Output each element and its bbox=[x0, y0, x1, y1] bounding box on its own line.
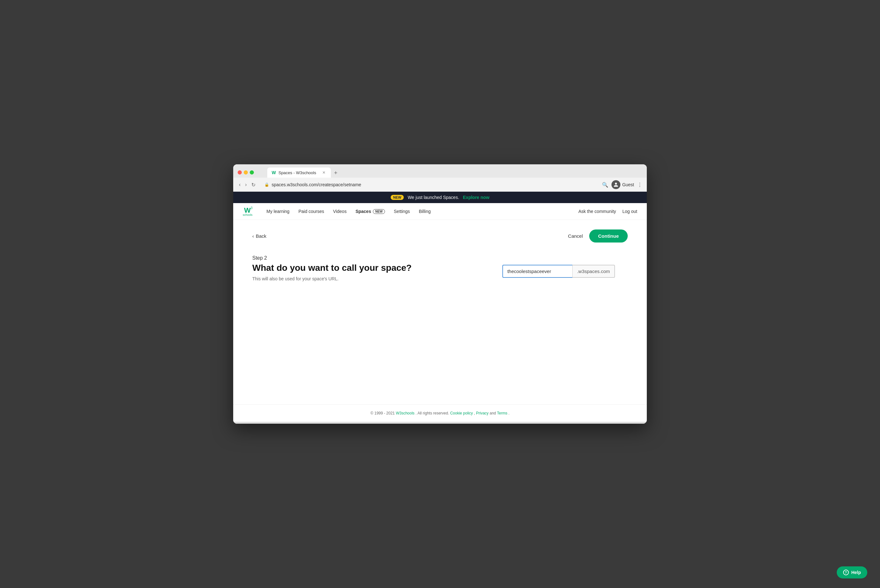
ask-community-link[interactable]: Ask the community bbox=[578, 209, 616, 214]
step-label: Step 2 bbox=[252, 255, 412, 261]
forward-nav-button[interactable]: › bbox=[244, 181, 248, 188]
url-text: spaces.w3schools.com/createspace/setname bbox=[272, 182, 361, 187]
continue-button[interactable]: Continue bbox=[589, 230, 628, 243]
back-button[interactable]: ‹ Back bbox=[252, 233, 266, 239]
back-chevron-icon: ‹ bbox=[252, 233, 254, 239]
logout-button[interactable]: Log out bbox=[622, 209, 637, 214]
tab-close-button[interactable]: ✕ bbox=[321, 170, 326, 175]
maximize-button[interactable] bbox=[250, 170, 254, 174]
footer-period: . bbox=[508, 411, 509, 416]
spaces-new-badge: NEW bbox=[373, 209, 385, 214]
footer-cookie-link[interactable]: Cookie policy bbox=[450, 411, 473, 416]
new-tab-button[interactable]: + bbox=[331, 168, 340, 178]
lock-icon: 🔒 bbox=[265, 183, 269, 187]
footer-terms-link[interactable]: Terms bbox=[497, 411, 507, 416]
page-footer: © 1999 - 2021 W3schools . All rights res… bbox=[233, 404, 647, 422]
footer-rights: . All rights reserved. bbox=[415, 411, 449, 416]
refresh-button[interactable]: ↻ bbox=[250, 181, 257, 189]
logo-schools: schools bbox=[243, 213, 253, 216]
minimize-button[interactable] bbox=[244, 170, 248, 174]
nav-billing[interactable]: Billing bbox=[414, 203, 435, 220]
user-avatar bbox=[611, 180, 620, 189]
nav-my-learning[interactable]: My learning bbox=[262, 203, 294, 220]
nav-videos[interactable]: Videos bbox=[329, 203, 351, 220]
main-nav: My learning Paid courses Videos Spaces N… bbox=[262, 203, 579, 220]
site-logo[interactable]: W 3 schools bbox=[243, 206, 253, 216]
main-content: ‹ Back Cancel Continue Step 2 What do yo… bbox=[233, 220, 647, 404]
new-badge: NEW bbox=[391, 195, 404, 200]
cancel-button[interactable]: Cancel bbox=[568, 233, 583, 239]
url-suffix: .w3spaces.com bbox=[572, 265, 615, 278]
nav-settings[interactable]: Settings bbox=[390, 203, 415, 220]
logo-sup: 3 bbox=[251, 206, 253, 210]
footer-copyright: © 1999 - 2021 bbox=[371, 411, 395, 416]
top-action-row: ‹ Back Cancel Continue bbox=[252, 230, 628, 243]
form-actions: Cancel Continue bbox=[568, 230, 628, 243]
nav-paid-courses[interactable]: Paid courses bbox=[294, 203, 329, 220]
menu-button[interactable]: ⋮ bbox=[637, 182, 642, 188]
user-label: Guest bbox=[622, 182, 634, 187]
help-button[interactable]: ? Help bbox=[837, 566, 867, 579]
help-label: Help bbox=[851, 570, 861, 575]
address-bar[interactable]: 🔒 spaces.w3schools.com/createspace/setna… bbox=[260, 180, 599, 189]
footer-and: and bbox=[490, 411, 497, 416]
footer-w3schools-link[interactable]: W3schools bbox=[396, 411, 415, 416]
search-button[interactable]: 🔍 bbox=[602, 182, 608, 188]
site-navigation: W 3 schools My learning Paid courses Vid… bbox=[233, 203, 647, 220]
user-account-button[interactable]: Guest bbox=[611, 180, 634, 189]
space-name-input[interactable] bbox=[502, 265, 572, 278]
announcement-banner: NEW We just launched Spaces. Explore now bbox=[233, 192, 647, 203]
back-nav-button[interactable]: ‹ bbox=[238, 181, 242, 188]
footer-privacy-link[interactable]: Privacy bbox=[476, 411, 488, 416]
step-description: This will also be used for your space's … bbox=[252, 276, 412, 281]
nav-spaces[interactable]: Spaces NEW bbox=[351, 203, 389, 220]
tab-title: Spaces - W3schools bbox=[278, 170, 319, 175]
banner-message: We just launched Spaces. bbox=[408, 195, 459, 200]
close-button[interactable] bbox=[238, 170, 242, 174]
tab-favicon: W bbox=[272, 170, 276, 175]
step-title: What do you want to call your space? bbox=[252, 263, 412, 273]
nav-right-actions: Ask the community Log out bbox=[578, 209, 637, 214]
active-browser-tab[interactable]: W Spaces - W3schools ✕ bbox=[267, 168, 331, 178]
help-icon: ? bbox=[843, 570, 849, 575]
explore-link[interactable]: Explore now bbox=[463, 195, 489, 200]
back-label: Back bbox=[256, 233, 266, 239]
